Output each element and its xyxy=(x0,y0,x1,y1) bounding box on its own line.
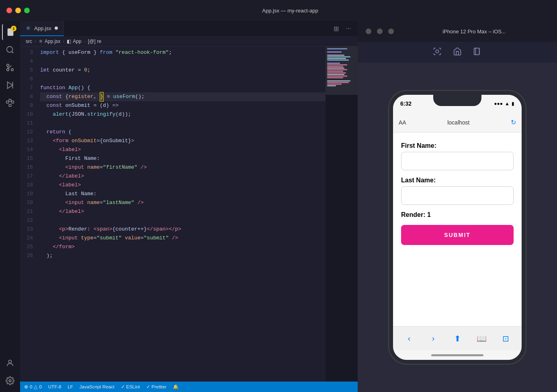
code-line-4 xyxy=(40,57,326,66)
svg-point-11 xyxy=(8,360,11,363)
first-name-field-group: First Name: xyxy=(401,142,514,170)
sidebar-item-git[interactable] xyxy=(2,59,18,76)
svg-rect-14 xyxy=(474,48,479,55)
more-actions-button[interactable]: ··· xyxy=(344,23,353,34)
code-editor[interactable]: 3 4 5 6 7 8 9 10 11 12 13 14 15 16 xyxy=(20,47,358,382)
bookmarks-button[interactable]: 📖 xyxy=(473,331,489,347)
minimize-button[interactable] xyxy=(15,8,21,13)
refresh-button[interactable]: ↻ xyxy=(511,118,516,126)
home-indicator xyxy=(393,350,522,360)
code-line-8: const {register, } = useForm(); xyxy=(40,92,326,101)
first-name-input[interactable] xyxy=(401,152,514,170)
aa-button[interactable]: AA xyxy=(399,119,406,126)
signal-icon: ●●● xyxy=(494,101,503,106)
sidebar-item-extensions[interactable] xyxy=(2,95,18,111)
iphone-status-right: ●●● ▲ ▮ xyxy=(494,101,514,106)
sidebar-item-run[interactable] xyxy=(2,77,18,93)
ios-panel-title: iPhone 12 Pro Max – iOS... xyxy=(399,29,549,35)
main-content: 1 xyxy=(0,21,557,392)
line-numbers: 3 4 5 6 7 8 9 10 11 12 13 14 15 16 xyxy=(20,47,37,382)
react-file-icon: ⚛ xyxy=(26,25,31,31)
code-line-6 xyxy=(40,75,326,84)
last-name-field-group: Last Name: xyxy=(401,177,514,205)
code-line-18: <label> xyxy=(40,181,326,190)
title-bar: App.jsx — my-react-app xyxy=(0,0,557,21)
battery-icon: ▮ xyxy=(512,101,514,106)
sidebar-item-settings[interactable] xyxy=(2,373,18,389)
breadcrumb-re[interactable]: [@] re xyxy=(88,39,102,44)
iphone-bottom-bar: ‹ › ⬆ 📖 ⊡ xyxy=(393,326,522,350)
iphone-browser-bar: AA localhost ↻ xyxy=(393,112,522,133)
svg-rect-8 xyxy=(12,101,14,103)
encoding-status[interactable]: UTF-8 xyxy=(48,384,61,389)
breadcrumb: src › ⚛ App.jsx › ◧ App › [@] re xyxy=(20,36,358,47)
svg-point-12 xyxy=(9,380,11,382)
traffic-lights xyxy=(6,8,30,13)
render-count: Render: 1 xyxy=(401,211,514,218)
errors-icon: ⊗ xyxy=(24,384,28,390)
code-line-3: import { useForm } from "react-hook-form… xyxy=(40,48,326,57)
status-bar: ⊗ 0 △ 0 UTF-8 LF JavaScript React ✓ ESLi… xyxy=(20,382,358,392)
ios-tl-2 xyxy=(377,29,383,34)
code-line-25: </form> xyxy=(40,243,326,251)
svg-point-4 xyxy=(7,69,9,71)
code-line-12: return ( xyxy=(40,128,326,137)
home-icon[interactable] xyxy=(453,47,462,58)
code-line-15: First Name: xyxy=(40,154,326,163)
code-line-13: <form onSubmit={onSubmit}> xyxy=(40,137,326,145)
language-status[interactable]: JavaScript React xyxy=(80,384,115,389)
prettier-status[interactable]: ✓ Prettier xyxy=(146,384,166,390)
iphone-notch xyxy=(433,95,481,106)
errors-status[interactable]: ⊗ 0 △ 0 xyxy=(24,384,42,390)
sidebar-item-files[interactable]: 1 xyxy=(2,24,18,40)
svg-rect-9 xyxy=(9,99,11,102)
svg-point-13 xyxy=(436,50,438,53)
ios-panel: iPhone 12 Pro Max – iOS... 6:32 ● xyxy=(358,21,557,392)
submit-button[interactable]: SUBMIT xyxy=(401,225,514,245)
code-line-10: alert(JSON.stringify(d)); xyxy=(40,110,326,119)
sidebar-item-user[interactable] xyxy=(2,355,18,371)
code-line-7: function App() { xyxy=(40,84,326,92)
minimap xyxy=(326,47,358,382)
sidebar-item-search[interactable] xyxy=(2,42,18,58)
eslint-status[interactable]: ✓ ESLint xyxy=(121,384,140,390)
breadcrumb-src[interactable]: src xyxy=(26,39,32,44)
activity-bar: 1 xyxy=(0,21,20,392)
iphone-frame: 6:32 ●●● ▲ ▮ AA localhost ↻ First N xyxy=(389,91,526,364)
svg-point-0 xyxy=(7,47,13,53)
code-line-23: <p>Render: <span>{counter++}</span></p> xyxy=(40,225,326,234)
last-name-input[interactable] xyxy=(401,186,514,205)
svg-rect-7 xyxy=(6,101,9,103)
svg-rect-10 xyxy=(9,104,11,107)
back-button[interactable]: ‹ xyxy=(401,331,417,347)
code-line-5: let counter = 0; xyxy=(40,66,326,75)
window-title: App.jsx — my-react-app xyxy=(30,8,551,14)
app-content: First Name: Last Name: Render: 1 SUBMIT xyxy=(393,133,522,326)
tab-app-jsx[interactable]: ⚛ App.jsx xyxy=(20,21,64,36)
code-line-17: </label> xyxy=(40,172,326,181)
code-line-9: const onSubmit = (d) => xyxy=(40,101,326,110)
symbol-icon: [@] xyxy=(88,39,96,44)
code-line-19: Last Name: xyxy=(40,190,326,198)
tab-filename: App.jsx xyxy=(34,25,51,31)
notifications-icon[interactable]: 🔔 xyxy=(173,384,178,390)
editor-main: ⚛ App.jsx ⊞ ··· src › ⚛ App.jsx xyxy=(20,21,358,392)
component-icon: ◧ xyxy=(67,39,71,44)
url-bar[interactable]: localhost xyxy=(410,119,507,126)
first-name-label: First Name: xyxy=(401,142,514,149)
close-button[interactable] xyxy=(6,8,12,13)
breadcrumb-appjsx[interactable]: ⚛ App.jsx xyxy=(39,39,60,44)
line-ending-status[interactable]: LF xyxy=(68,384,73,389)
forward-button[interactable]: › xyxy=(425,331,441,347)
svg-marker-5 xyxy=(8,82,13,89)
screenshot-icon[interactable] xyxy=(433,47,442,58)
maximize-button[interactable] xyxy=(24,8,30,13)
code-content[interactable]: import { useForm } from "react-hook-form… xyxy=(37,47,326,382)
share-button[interactable]: ⬆ xyxy=(449,331,465,347)
split-editor-button[interactable]: ⊞ xyxy=(332,23,340,34)
tabs-button[interactable]: ⊡ xyxy=(498,331,514,347)
breadcrumb-app[interactable]: ◧ App xyxy=(67,39,81,44)
rotate-icon[interactable] xyxy=(473,47,482,58)
iphone-preview: 6:32 ●●● ▲ ▮ AA localhost ↻ First N xyxy=(358,63,557,392)
errors-count: 0 xyxy=(30,384,32,389)
